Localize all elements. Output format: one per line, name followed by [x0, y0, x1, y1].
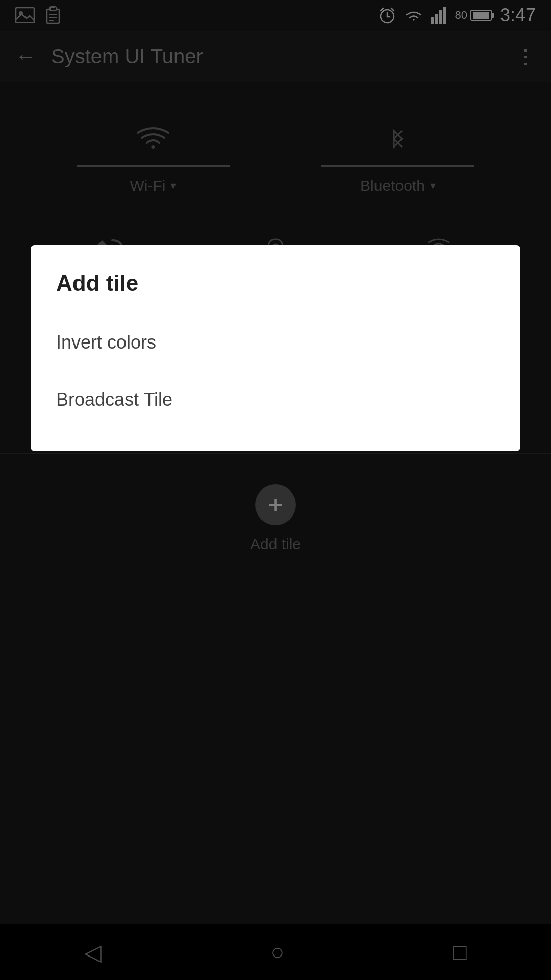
dialog-title: Add tile: [56, 271, 495, 296]
dialog-overlay[interactable]: [0, 0, 551, 980]
dialog-item-broadcast-tile[interactable]: Broadcast Tile: [56, 374, 495, 426]
add-tile-dialog: Add tile Invert colors Broadcast Tile: [31, 245, 520, 451]
dialog-item-invert-colors[interactable]: Invert colors: [56, 316, 495, 369]
